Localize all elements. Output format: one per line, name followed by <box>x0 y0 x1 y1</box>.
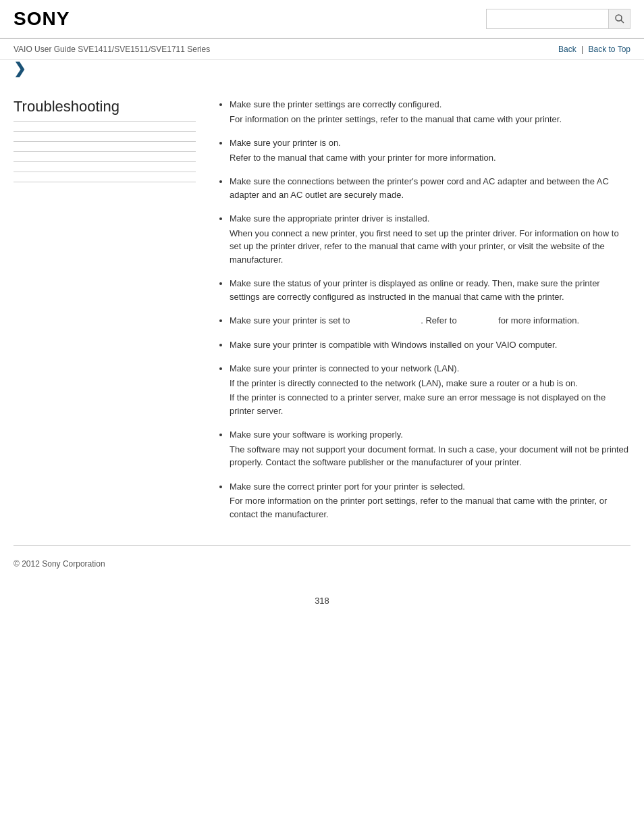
list-item-tertiary: If the printer is connected to a printer… <box>230 391 630 417</box>
list-item: Make sure the connections between the pr… <box>230 175 630 201</box>
sony-logo: SONY <box>14 8 70 30</box>
svg-line-1 <box>621 20 624 23</box>
sidebar-divider-4 <box>14 161 196 162</box>
list-item-primary: Make sure your printer is on. <box>230 138 341 148</box>
list-item-primary: Make sure your software is working prope… <box>230 429 403 440</box>
nav-separator: | <box>581 45 583 54</box>
back-to-top-link[interactable]: Back to Top <box>589 45 630 54</box>
sidebar-divider-6 <box>14 182 196 182</box>
copyright: © 2012 Sony Corporation <box>14 559 105 569</box>
chevron-area: ❯ <box>0 60 644 78</box>
footer-divider <box>14 545 630 546</box>
troubleshooting-list: Make sure the printer settings are corre… <box>216 98 630 521</box>
sidebar: Troubleshooting <box>14 98 209 531</box>
list-item: Make sure your software is working prope… <box>230 428 630 469</box>
svg-point-0 <box>616 15 622 21</box>
search-icon <box>614 14 625 24</box>
search-box <box>486 9 630 29</box>
list-item-primary: Make sure the appropriate printer driver… <box>230 213 429 224</box>
list-item-secondary: Refer to the manual that came with your … <box>230 151 630 165</box>
list-item: Make sure the printer settings are corre… <box>230 98 630 126</box>
nav-links: Back | Back to Top <box>558 45 630 54</box>
search-button[interactable] <box>608 9 630 28</box>
page-number: 318 <box>0 582 644 619</box>
list-item-secondary: The software may not support your docume… <box>230 443 630 469</box>
list-item: Make sure your printer is on. Refer to t… <box>230 136 630 164</box>
list-item: Make sure the appropriate printer driver… <box>230 212 630 266</box>
list-item-secondary: For more information on the printer port… <box>230 494 630 521</box>
sidebar-divider-1 <box>14 131 196 132</box>
sidebar-divider-3 <box>14 151 196 152</box>
list-item-primary: Make sure your printer is connected to y… <box>230 363 459 373</box>
list-item: Make sure your printer is connected to y… <box>230 362 630 417</box>
content-wrapper: Troubleshooting Make sure the printer se… <box>0 84 644 531</box>
sidebar-divider-2 <box>14 141 196 142</box>
list-item-primary: Make sure your printer is compatible wit… <box>230 340 557 350</box>
nav-bar: VAIO User Guide SVE1411/SVE1511/SVE1711 … <box>0 39 644 60</box>
main-content: Make sure the printer settings are corre… <box>209 98 630 531</box>
list-item-secondary: When you connect a new printer, you firs… <box>230 227 630 267</box>
back-link[interactable]: Back <box>558 45 576 54</box>
chevron-icon: ❯ <box>14 60 26 77</box>
footer: © 2012 Sony Corporation <box>0 552 644 582</box>
list-item: Make sure your printer is compatible wit… <box>230 338 630 352</box>
list-item-primary: Make sure your printer is set to . Refer… <box>230 315 579 325</box>
sidebar-divider-5 <box>14 172 196 172</box>
list-item-primary: Make sure the status of your printer is … <box>230 278 600 302</box>
list-item-primary: Make sure the correct printer port for y… <box>230 481 465 492</box>
list-item-secondary: For information on the printer settings,… <box>230 113 630 126</box>
search-input[interactable] <box>487 9 608 28</box>
header: SONY <box>0 0 644 39</box>
sidebar-title: Troubleshooting <box>14 98 196 122</box>
list-item: Make sure the status of your printer is … <box>230 277 630 303</box>
list-item: Make sure the correct printer port for y… <box>230 480 630 521</box>
breadcrumb: VAIO User Guide SVE1411/SVE1511/SVE1711 … <box>14 45 210 54</box>
list-item-secondary: If the printer is directly connected to … <box>230 377 630 390</box>
list-item-primary: Make sure the connections between the pr… <box>230 176 609 200</box>
list-item-primary: Make sure the printer settings are corre… <box>230 99 441 109</box>
list-item: Make sure your printer is set to . Refer… <box>230 314 630 328</box>
